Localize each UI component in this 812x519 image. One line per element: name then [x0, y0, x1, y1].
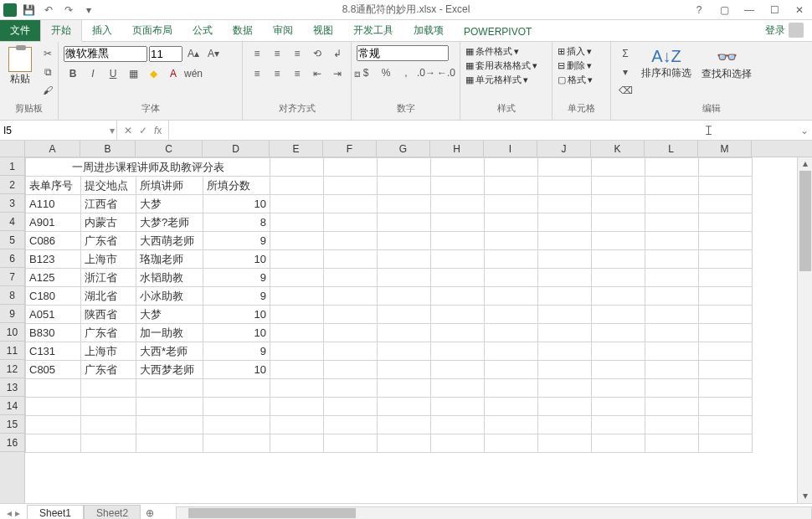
data-cell[interactable]: 10	[203, 195, 270, 213]
row-header-2[interactable]: 2	[0, 176, 24, 194]
align-top-button[interactable]: ≡	[248, 45, 266, 62]
italic-button[interactable]: I	[84, 65, 102, 82]
clear-button[interactable]: ⌫	[616, 82, 635, 99]
data-cell[interactable]: 10	[203, 250, 270, 269]
data-cell[interactable]: 大西*老师	[136, 342, 203, 361]
formula-input[interactable]: 𝙸	[169, 121, 797, 140]
sheet-nav-next[interactable]: ▸	[15, 507, 20, 519]
ribbon-tab-文件[interactable]: 文件	[0, 20, 40, 41]
column-header-A[interactable]: A	[25, 141, 80, 157]
data-cell[interactable]: B830	[26, 324, 81, 342]
increase-decimal-button[interactable]: .0→	[417, 64, 435, 81]
align-bottom-button[interactable]: ≡	[288, 45, 306, 62]
ribbon-tab-公式[interactable]: 公式	[182, 20, 223, 41]
scroll-down-icon[interactable]: ▾	[798, 490, 812, 503]
sort-filter-button[interactable]: A↓Z 排序和筛选	[638, 45, 695, 82]
format-as-table-button[interactable]: ▦ 套用表格格式 ▾	[465, 59, 537, 72]
data-cell[interactable]: 广东省	[81, 232, 136, 250]
data-cell[interactable]: 小冰助教	[136, 287, 203, 306]
header-cell[interactable]: 所填讲师	[136, 177, 203, 195]
row-header-13[interactable]: 13	[0, 378, 24, 397]
cell-styles-button[interactable]: ▦ 单元格样式 ▾	[465, 74, 528, 86]
row-header-7[interactable]: 7	[0, 268, 24, 286]
data-cell[interactable]: 陕西省	[81, 306, 136, 324]
data-cell[interactable]: 8	[203, 213, 270, 232]
ribbon-tab-开发工具[interactable]: 开发工具	[343, 20, 403, 41]
maximize-button[interactable]: ☐	[762, 0, 787, 20]
decrease-decimal-button[interactable]: ←.0	[437, 64, 455, 81]
data-cell[interactable]: A125	[26, 269, 81, 287]
data-cell[interactable]: 9	[203, 269, 270, 287]
format-painter-button[interactable]: 🖌	[39, 82, 57, 99]
login-button[interactable]: 登录	[757, 19, 812, 41]
expand-formula-bar-button[interactable]: ⌄	[797, 121, 812, 140]
comma-button[interactable]: ,	[397, 64, 415, 81]
name-box[interactable]: ▾	[0, 121, 117, 140]
data-cell[interactable]: 上海市	[81, 342, 136, 361]
column-header-F[interactable]: F	[323, 141, 377, 157]
row-header-12[interactable]: 12	[0, 360, 24, 378]
header-cell[interactable]: 表单序号	[26, 177, 81, 195]
data-cell[interactable]: 大梦?老师	[136, 213, 203, 232]
vscroll-thumb[interactable]	[799, 171, 811, 271]
border-button[interactable]: ▦	[124, 65, 142, 82]
enter-formula-button[interactable]: ✓	[139, 125, 147, 136]
percent-button[interactable]: %	[377, 64, 395, 81]
wrap-text-button[interactable]: ↲	[328, 45, 347, 62]
data-cell[interactable]: A901	[26, 213, 81, 232]
delete-cells-button[interactable]: ⊟ 删除 ▾	[558, 59, 592, 72]
row-header-14[interactable]: 14	[0, 397, 24, 415]
help-button[interactable]: ?	[686, 0, 712, 20]
decrease-font-button[interactable]: A▾	[204, 45, 223, 62]
qat-more[interactable]: ▾	[80, 2, 97, 18]
row-header-9[interactable]: 9	[0, 305, 24, 323]
bold-button[interactable]: B	[64, 65, 82, 82]
data-cell[interactable]: 浙江省	[81, 269, 136, 287]
data-cell[interactable]: 江西省	[81, 195, 136, 213]
data-cell[interactable]: 水韬助教	[136, 269, 203, 287]
horizontal-scrollbar[interactable]	[176, 506, 812, 520]
data-cell[interactable]: B123	[26, 250, 81, 269]
align-center-button[interactable]: ≡	[268, 65, 286, 82]
data-cell[interactable]: A051	[26, 306, 81, 324]
save-button[interactable]: 💾	[20, 2, 37, 18]
row-header-3[interactable]: 3	[0, 194, 24, 213]
data-cell[interactable]: C131	[26, 342, 81, 361]
cut-button[interactable]: ✂	[39, 45, 57, 62]
increase-font-button[interactable]: A▴	[184, 45, 203, 62]
header-cell[interactable]: 提交地点	[81, 177, 136, 195]
increase-indent-button[interactable]: ⇥	[328, 65, 347, 82]
paste-button[interactable]: 粘贴	[5, 45, 35, 88]
add-sheet-button[interactable]: ⊕	[141, 507, 159, 519]
ribbon-tab-加载项[interactable]: 加载项	[403, 20, 454, 41]
sheet-nav-prev[interactable]: ◂	[7, 507, 12, 519]
ribbon-tab-开始[interactable]: 开始	[40, 19, 82, 42]
cancel-formula-button[interactable]: ✕	[124, 125, 132, 136]
column-header-D[interactable]: D	[203, 141, 270, 157]
minimize-button[interactable]: —	[737, 0, 762, 20]
data-cell[interactable]: C086	[26, 232, 81, 250]
data-cell[interactable]: 大西萌老师	[136, 232, 203, 250]
undo-button[interactable]: ↶	[40, 2, 57, 18]
data-cell[interactable]: 广东省	[81, 361, 136, 379]
column-header-M[interactable]: M	[698, 141, 752, 157]
phonetic-button[interactable]: wén	[184, 65, 203, 82]
fx-button[interactable]: fx	[154, 125, 162, 136]
data-cell[interactable]: 9	[203, 342, 270, 361]
conditional-format-button[interactable]: ▦ 条件格式 ▾	[465, 45, 519, 58]
align-right-button[interactable]: ≡	[288, 65, 306, 82]
fill-color-button[interactable]: ◆	[144, 65, 162, 82]
align-middle-button[interactable]: ≡	[268, 45, 286, 62]
grid-body[interactable]: 一周进步课程讲师及助教评分表表单序号提交地点所填讲师所填分数A110江西省大梦1…	[25, 157, 797, 503]
name-box-dropdown-icon[interactable]: ▾	[110, 125, 115, 136]
column-header-I[interactable]: I	[484, 141, 537, 157]
data-cell[interactable]: C805	[26, 361, 81, 379]
fill-button[interactable]: ▾	[616, 64, 635, 80]
orientation-button[interactable]: ⟲	[308, 45, 326, 62]
data-cell[interactable]: 10	[203, 324, 270, 342]
format-cells-button[interactable]: ▢ 格式 ▾	[558, 74, 593, 86]
row-header-8[interactable]: 8	[0, 286, 24, 305]
redo-button[interactable]: ↷	[60, 2, 77, 18]
column-header-K[interactable]: K	[591, 141, 645, 157]
data-cell[interactable]: 大梦	[136, 195, 203, 213]
